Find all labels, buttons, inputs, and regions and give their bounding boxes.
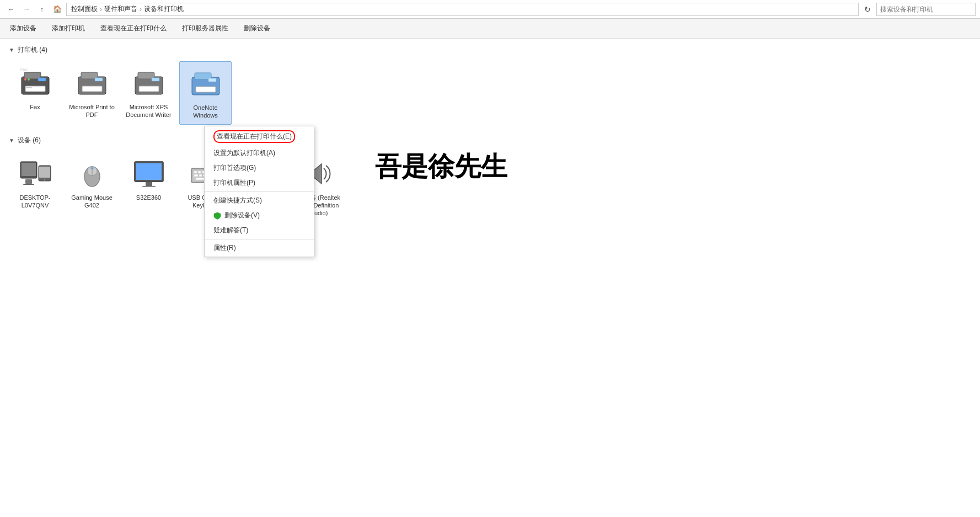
- home-button[interactable]: 🏠: [51, 3, 64, 16]
- add-printer-button[interactable]: 添加打印机: [49, 22, 88, 35]
- device-fax[interactable]: FAX Fax: [9, 61, 61, 125]
- svg-rect-35: [142, 186, 156, 187]
- back-button[interactable]: ←: [4, 3, 18, 16]
- device-mouse[interactable]: Gaming Mouse G402: [66, 152, 118, 222]
- monitor-icon: [131, 156, 167, 191]
- svg-point-26: [44, 179, 45, 180]
- svg-rect-45: [199, 174, 202, 177]
- svg-rect-18: [196, 87, 216, 92]
- search-input[interactable]: [876, 3, 976, 16]
- device-onenote[interactable]: OneNote Windows: [179, 61, 232, 125]
- mouse-label: Gaming Mouse G402: [68, 194, 116, 210]
- address-bar: ← → ↑ 🏠 控制面板 › 硬件和声音 › 设备和打印机 ↻: [0, 0, 980, 19]
- svg-rect-3: [38, 78, 46, 81]
- svg-rect-15: [152, 78, 159, 81]
- printers-arrow-icon: ▼: [9, 47, 14, 53]
- svg-rect-23: [23, 184, 34, 185]
- main-content: ▼ 打印机 (4) FAX Fax: [0, 39, 980, 239]
- print-prefs-label: 打印首选项(G): [213, 163, 256, 173]
- context-menu-item-see-printing[interactable]: 查看现在正在打印什么(E): [205, 127, 314, 146]
- svg-rect-33: [136, 163, 162, 180]
- ms-xps-icon: [131, 66, 167, 101]
- ms-pdf-label: Microsoft Print to PDF: [68, 103, 116, 119]
- context-menu-item-create-shortcut[interactable]: 创建快捷方式(S): [205, 193, 314, 208]
- svg-rect-44: [194, 174, 198, 177]
- mouse-icon: [74, 156, 110, 191]
- printers-grid: FAX Fax Microsoft Print to PDF: [9, 61, 971, 125]
- breadcrumb: 控制面板 › 硬件和声音 › 设备和打印机: [71, 4, 184, 14]
- context-menu-item-properties[interactable]: 属性(R): [205, 241, 314, 255]
- shield-icon: [213, 212, 221, 220]
- svg-rect-22: [25, 179, 32, 184]
- fax-icon: FAX: [18, 66, 53, 101]
- remove-device-button[interactable]: 删除设备: [240, 22, 274, 35]
- svg-point-4: [24, 78, 26, 81]
- breadcrumb-path: 控制面板 › 硬件和声音 › 设备和打印机: [66, 3, 859, 16]
- svg-rect-14: [139, 86, 159, 92]
- svg-rect-10: [82, 86, 102, 92]
- fax-label: Fax: [30, 103, 40, 111]
- devices-arrow-icon: ▼: [9, 137, 14, 143]
- desktop-label: DESKTOP-L0V7QNV: [11, 194, 59, 210]
- svg-rect-21: [22, 163, 36, 176]
- overlay-text: 吾是徐先生: [375, 149, 507, 184]
- svg-rect-39: [198, 171, 201, 173]
- set-default-label: 设置为默认打印机(A): [213, 148, 275, 158]
- context-menu: 查看现在正在打印什么(E) 设置为默认打印机(A) 打印首选项(G) 打印机属性…: [204, 126, 314, 257]
- context-menu-item-printer-props[interactable]: 打印机属性(P): [205, 175, 314, 190]
- svg-rect-2: [25, 86, 45, 92]
- svg-rect-11: [95, 78, 103, 81]
- up-button[interactable]: ↑: [35, 3, 49, 16]
- svg-rect-19: [208, 78, 216, 82]
- device-ms-pdf[interactable]: Microsoft Print to PDF: [66, 61, 118, 125]
- devices-section-header[interactable]: ▼ 设备 (6): [9, 136, 971, 145]
- monitor-label: S32E360: [136, 194, 161, 201]
- print-server-button[interactable]: 打印服务器属性: [179, 22, 232, 35]
- device-ms-xps[interactable]: Microsoft XPS Document Writer: [122, 61, 175, 125]
- breadcrumb-hardware: 硬件和声音: [104, 4, 137, 14]
- breadcrumb-controlpanel: 控制面板: [71, 4, 98, 14]
- toolbar: 添加设备 添加打印机 查看现在正在打印什么 打印服务器属性 删除设备: [0, 19, 980, 39]
- breadcrumb-devices: 设备和打印机: [144, 4, 184, 14]
- svg-rect-25: [39, 167, 50, 178]
- svg-point-5: [28, 78, 30, 81]
- onenote-icon: [188, 66, 223, 102]
- context-menu-item-print-prefs[interactable]: 打印首选项(G): [205, 161, 314, 175]
- properties-label: 属性(R): [213, 243, 236, 253]
- svg-rect-34: [146, 182, 152, 186]
- devices-section-label: 设备 (6): [18, 136, 41, 145]
- svg-point-31: [91, 167, 93, 169]
- device-monitor[interactable]: S32E360: [122, 152, 175, 222]
- onenote-label: OneNote Windows: [182, 104, 229, 120]
- highlight-ring: 查看现在正在打印什么(E): [213, 130, 295, 143]
- create-shortcut-label: 创建快捷方式(S): [213, 196, 262, 205]
- context-menu-separator-2: [205, 239, 314, 239]
- printers-section-header[interactable]: ▼ 打印机 (4): [9, 45, 971, 55]
- ms-pdf-icon: [74, 66, 110, 101]
- svg-text:FAX: FAX: [20, 68, 28, 72]
- refresh-button[interactable]: ↻: [861, 3, 874, 16]
- desktop-icon: [18, 156, 53, 191]
- troubleshoot-label: 疑难解答(T): [213, 226, 248, 235]
- ms-xps-label: Microsoft XPS Document Writer: [125, 103, 173, 119]
- context-menu-separator-1: [205, 191, 314, 192]
- context-menu-item-set-default[interactable]: 设置为默认打印机(A): [205, 146, 314, 161]
- see-printing-button[interactable]: 查看现在正在打印什么: [97, 22, 170, 35]
- forward-button[interactable]: →: [20, 3, 33, 16]
- add-device-button[interactable]: 添加设备: [7, 22, 40, 35]
- device-desktop[interactable]: DESKTOP-L0V7QNV: [9, 152, 61, 222]
- printers-section-label: 打印机 (4): [18, 45, 47, 55]
- context-menu-item-troubleshoot[interactable]: 疑难解答(T): [205, 223, 314, 238]
- context-menu-item-remove-device[interactable]: 删除设备(V): [205, 208, 314, 223]
- remove-device-label: 删除设备(V): [224, 211, 260, 220]
- printer-props-label: 打印机属性(P): [213, 178, 255, 188]
- svg-rect-38: [194, 171, 197, 173]
- svg-rect-6: [25, 87, 32, 88]
